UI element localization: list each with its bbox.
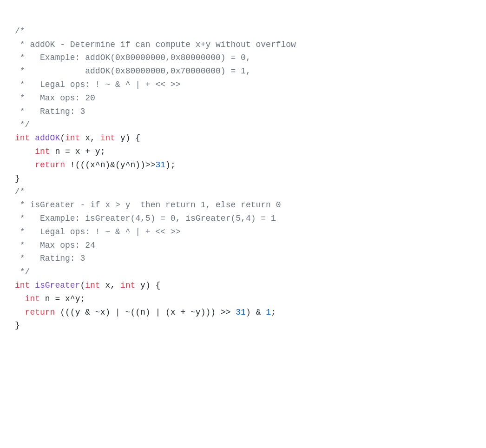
- code-line: int isGreater(int x, int y) {: [15, 279, 471, 292]
- code-line: * Example: isGreater(4,5) = 0, isGreater…: [15, 212, 471, 225]
- code-token: !(((x^n)&(y^n))>>: [65, 160, 155, 170]
- code-token: [15, 160, 35, 170]
- code-token: [30, 281, 35, 290]
- code-token: y) {: [135, 281, 160, 290]
- code-line: * isGreater - if x > y then return 1, el…: [15, 198, 471, 212]
- code-token: x,: [100, 281, 120, 290]
- code-token: );: [165, 160, 176, 170]
- code-token: [15, 308, 25, 317]
- code-line: * Legal ops: ! ~ & ^ | + << >>: [15, 225, 471, 239]
- code-token: int: [15, 133, 30, 143]
- code-token: int: [15, 281, 30, 290]
- code-line: /*: [15, 25, 471, 38]
- code-token: [30, 133, 35, 143]
- code-token: int: [85, 281, 100, 290]
- code-token: 31: [236, 308, 246, 317]
- code-line: int addOK(int x, int y) {: [15, 132, 471, 145]
- code-line: int n = x + y;: [15, 145, 471, 158]
- code-token: int: [25, 294, 40, 303]
- code-token: int: [35, 147, 50, 156]
- code-line: * Legal ops: ! ~ & ^ | + << >>: [15, 78, 471, 92]
- code-editor: /* * addOK - Determine if can compute x+…: [15, 11, 471, 332]
- code-token: return: [35, 160, 65, 170]
- code-line: return !(((x^n)&(y^n))>>31);: [15, 158, 471, 172]
- code-token: addOK: [35, 133, 60, 143]
- code-line: * Example: addOK(0x80000000,0x80000000) …: [15, 51, 471, 65]
- code-line: }: [15, 319, 471, 332]
- code-token: n = x^y;: [40, 294, 85, 303]
- code-token: [15, 294, 25, 303]
- code-token: (: [80, 281, 85, 290]
- code-line: * Rating: 3: [15, 105, 471, 119]
- code-token: ) &: [246, 308, 266, 317]
- code-token: isGreater: [35, 281, 80, 290]
- code-token: return: [25, 308, 55, 317]
- code-line: /*: [15, 185, 471, 198]
- code-token: (((y & ~x) | ~((n) | (x + ~y))) >>: [55, 308, 236, 317]
- code-token: (: [60, 133, 65, 143]
- code-line: * addOK - Determine if can compute x+y w…: [15, 38, 471, 52]
- code-line: * Rating: 3: [15, 252, 471, 265]
- code-line: * Max ops: 20: [15, 92, 471, 105]
- code-line: * addOK(0x80000000,0x70000000) = 1,: [15, 65, 471, 78]
- code-token: n = x + y;: [50, 147, 105, 156]
- code-token: ;: [271, 308, 276, 317]
- code-line: int n = x^y;: [15, 292, 471, 306]
- code-token: x,: [80, 133, 100, 143]
- code-token: 31: [155, 160, 165, 170]
- code-token: int: [120, 281, 135, 290]
- code-token: [15, 147, 35, 156]
- code-token: int: [100, 133, 115, 143]
- code-line: */: [15, 118, 471, 132]
- code-token: y) {: [115, 133, 140, 143]
- code-line: return (((y & ~x) | ~((n) | (x + ~y))) >…: [15, 306, 471, 319]
- code-line: }: [15, 172, 471, 185]
- code-token: 1: [266, 308, 271, 317]
- code-token: int: [65, 133, 80, 143]
- code-line: * Max ops: 24: [15, 239, 471, 252]
- code-line: */: [15, 265, 471, 279]
